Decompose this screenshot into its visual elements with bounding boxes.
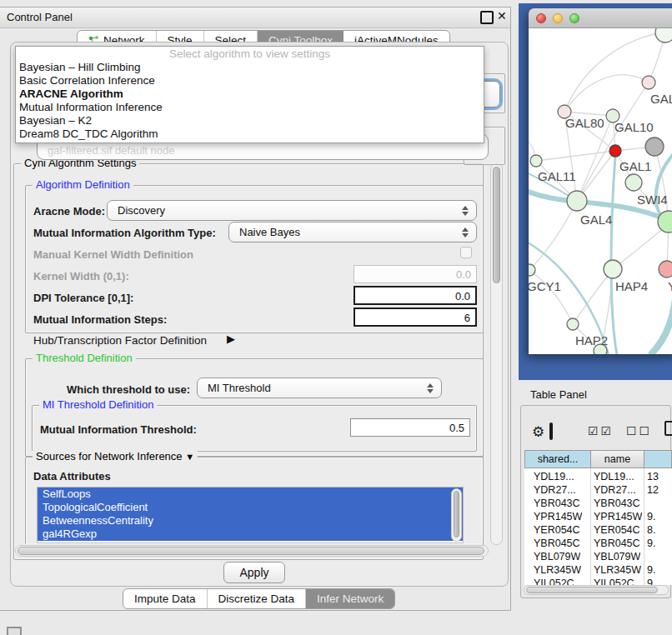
- aracne-mode-combobox[interactable]: Discovery: [107, 200, 477, 221]
- mi-threshold-definition-title: MI Threshold Definition: [39, 398, 157, 411]
- settings-vertical-scrollbar[interactable]: [490, 163, 503, 545]
- node-label: SWI4: [637, 192, 668, 207]
- apply-button[interactable]: Apply: [223, 562, 285, 583]
- table-cell[interactable]: YBR043C: [594, 498, 640, 509]
- table-cell[interactable]: 8.: [647, 524, 655, 536]
- node-gal7[interactable]: [642, 76, 655, 89]
- settings-horizontal-scrollbar-thumb[interactable]: [18, 547, 484, 555]
- node-hap4[interactable]: [604, 260, 622, 278]
- column-header-shared-name[interactable]: shared...: [524, 450, 591, 468]
- settings-horizontal-scrollbar[interactable]: [15, 545, 489, 557]
- spinner-arrows-icon: [461, 228, 469, 238]
- dropdown-item-bayesian-hill-climbing[interactable]: Bayesian – Hill Climbing: [16, 61, 484, 74]
- column-header-name[interactable]: name: [591, 450, 644, 468]
- which-threshold-label: Which threshold to use:: [67, 383, 190, 396]
- list-item-betweennesscentrality[interactable]: BetweennessCentrality: [38, 514, 463, 528]
- dpi-tolerance-input[interactable]: 0.0: [354, 286, 477, 305]
- table-cell[interactable]: 9: [647, 578, 653, 585]
- node[interactable]: [655, 28, 672, 42]
- table-cell[interactable]: 9.: [647, 538, 655, 549]
- kernel-width-input[interactable]: 0.0: [354, 265, 477, 283]
- table-cell[interactable]: 13: [647, 471, 659, 482]
- hub-tf-definition-label: Hub/Transcription Factor Definition: [33, 334, 207, 347]
- table-cell[interactable]: YIL052C: [594, 578, 634, 585]
- table-data-combobox-value: gal-filtered.sif default node: [48, 144, 174, 157]
- table-cell[interactable]: 9.: [647, 511, 655, 522]
- table-cell[interactable]: YDL19...: [594, 471, 634, 482]
- dropdown-item-aracne[interactable]: ARACNE Algorithm: [16, 88, 484, 101]
- dropdown-item-bayesian-k2[interactable]: Bayesian – K2: [16, 114, 484, 128]
- node-gcy1[interactable]: [529, 264, 535, 276]
- columns-icon[interactable]: [549, 422, 553, 440]
- table-cell[interactable]: YPR145W: [594, 511, 642, 522]
- node-label: GAL80: [565, 116, 604, 130]
- column-divider: [644, 468, 644, 585]
- document-icon[interactable]: [664, 421, 672, 436]
- settings-vertical-scrollbar-thumb[interactable]: [493, 167, 500, 283]
- table-cell[interactable]: YER054C: [534, 524, 580, 536]
- select-all-icon[interactable]: ☑☑: [588, 424, 614, 438]
- table-horizontal-scrollbar[interactable]: [524, 585, 669, 595]
- tab-discretize-data[interactable]: Discretize Data: [208, 589, 307, 608]
- table-cell[interactable]: YLR345W: [534, 564, 581, 576]
- gear-icon[interactable]: ⚙: [532, 423, 544, 441]
- dropdown-item-basic-correlation[interactable]: Basic Correlation Inference: [16, 74, 484, 88]
- table-cell[interactable]: YBL079W: [534, 551, 580, 562]
- table-horizontal-scrollbar-thumb[interactable]: [526, 587, 658, 593]
- table-cell[interactable]: YBL079W: [594, 551, 640, 562]
- node-gal11[interactable]: [530, 155, 542, 167]
- node-swi4[interactable]: [625, 174, 642, 191]
- list-item-selfloops[interactable]: SelfLoops: [38, 488, 463, 501]
- list-item-topologicalcoefficient[interactable]: TopologicalCoefficient: [38, 501, 463, 514]
- expand-arrow-icon[interactable]: ▶: [227, 332, 235, 345]
- attribute-list-scrollbar-thumb[interactable]: [454, 491, 459, 538]
- table-cell[interactable]: YPR145W: [534, 511, 582, 522]
- float-window-icon[interactable]: [480, 11, 494, 24]
- list-item-gal4rgexp[interactable]: gal4RGexp: [38, 528, 463, 541]
- close-icon[interactable]: ✕: [497, 9, 507, 22]
- node-label: GAL4: [580, 212, 612, 227]
- zoom-traffic-light-icon[interactable]: [569, 13, 579, 23]
- mi-algorithm-type-value: Naive Bayes: [229, 226, 461, 238]
- network-nodes[interactable]: [529, 28, 672, 354]
- tab-impute-data[interactable]: Impute Data: [123, 589, 208, 608]
- which-threshold-combobox[interactable]: MI Threshold: [197, 378, 442, 398]
- network-canvas[interactable]: GAL7 GAL80 GAL10 GAL1 GAL11 SWI4 GAL4 GC…: [529, 28, 672, 354]
- node-gray[interactable]: [645, 138, 664, 156]
- tab-infer-network[interactable]: Infer Network: [306, 589, 394, 608]
- table-cell[interactable]: 9.: [647, 564, 655, 576]
- mi-algorithm-type-combobox[interactable]: Naive Bayes: [228, 222, 477, 242]
- node-label: HAP2: [575, 333, 608, 348]
- table-cell[interactable]: YBR045C: [534, 538, 580, 549]
- node-gal4[interactable]: [567, 191, 587, 211]
- which-threshold-value: MI Threshold: [198, 382, 426, 394]
- docked-panel-icon[interactable]: [7, 627, 22, 635]
- table-cell[interactable]: YER054C: [594, 524, 640, 536]
- table-cell[interactable]: YBR045C: [594, 538, 640, 549]
- column-header-partial[interactable]: [644, 450, 672, 468]
- table-cell[interactable]: YDR27...: [534, 484, 576, 496]
- node-hap2[interactable]: [567, 318, 579, 330]
- dropdown-item-dream8[interactable]: Dream8 DC_TDC Algorithm: [16, 128, 484, 141]
- attribute-list-scrollbar[interactable]: [451, 488, 462, 542]
- table-cell[interactable]: YDR27...: [594, 484, 636, 496]
- minimize-traffic-light-icon[interactable]: [553, 13, 563, 23]
- mi-threshold-input[interactable]: 0.5: [350, 418, 470, 437]
- mi-steps-input[interactable]: 6: [354, 308, 477, 327]
- node-gal1-selected[interactable]: [609, 145, 621, 157]
- table-cell[interactable]: YIL052C: [534, 578, 574, 585]
- table-cell[interactable]: YBR043C: [534, 498, 580, 509]
- control-panel-titlebar[interactable]: Control Panel ✕: [0, 8, 510, 28]
- table-cell[interactable]: YDL19...: [534, 471, 574, 482]
- network-window-titlebar[interactable]: [529, 8, 672, 28]
- collapse-arrow-icon[interactable]: ▼: [185, 452, 194, 462]
- data-attributes-list: SelfLoops TopologicalCoefficient Between…: [37, 487, 464, 543]
- close-traffic-light-icon[interactable]: [536, 13, 546, 23]
- table-cell[interactable]: 12: [647, 484, 659, 496]
- deselect-all-icon[interactable]: ☐☐: [626, 424, 652, 438]
- node-salmon[interactable]: [659, 261, 672, 278]
- manual-kernel-width-checkbox[interactable]: [460, 247, 472, 258]
- column-divider: [590, 468, 591, 585]
- dropdown-item-mutual-information[interactable]: Mutual Information Inference: [16, 101, 484, 114]
- table-cell[interactable]: YLR345W: [594, 564, 641, 576]
